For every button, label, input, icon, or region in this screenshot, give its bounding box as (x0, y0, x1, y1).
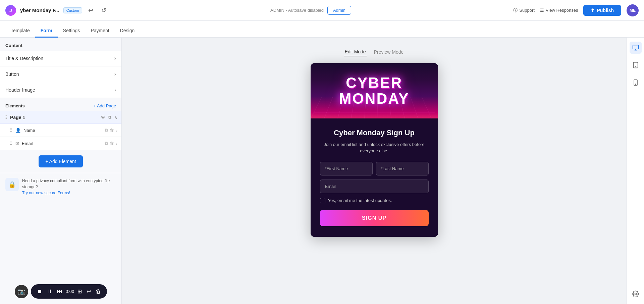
name-row (320, 162, 429, 175)
drag-handle-icon[interactable]: ⠿ (4, 115, 7, 120)
signup-button[interactable]: Sign Up (320, 210, 429, 226)
field-row-actions: ⧉ 🗑 › (105, 141, 117, 146)
title-description-item[interactable]: Title & Description › (0, 51, 121, 66)
view-responses-link[interactable]: ☰ View Responses (540, 8, 578, 13)
content-header: Content (0, 38, 121, 51)
support-link[interactable]: ⓘ Support (513, 7, 535, 13)
first-name-input[interactable] (320, 162, 373, 175)
undo-toolbar-button[interactable]: ↩ (85, 287, 92, 296)
preview-mode-button[interactable]: Preview Mode (373, 48, 405, 56)
page-row-left: ⠿ Page 1 (4, 115, 25, 120)
chevron-right-icon: › (114, 87, 116, 93)
privacy-icon-box: 🔒 (5, 178, 19, 191)
field-row-left: ⠿ ✉ Email (9, 141, 33, 146)
expand-field-icon[interactable]: › (116, 141, 117, 146)
chevron-right-icon: › (114, 55, 116, 61)
email-row (320, 180, 429, 193)
rewind-button[interactable]: ⏮ (56, 287, 64, 296)
form-preview: CYBER MONDAY Cyber Monday Sign Up Join o… (311, 63, 438, 237)
tablet-view-icon[interactable] (630, 59, 642, 71)
main-layout: Content Title & Description › Button › H… (0, 38, 644, 304)
custom-badge: Custom (63, 7, 82, 13)
form-preview-title: Cyber Monday Sign Up (320, 128, 429, 138)
undo-button[interactable]: ↩ (86, 5, 95, 15)
form-title: yber Monday F... (20, 7, 59, 13)
publish-icon: ⬆ (591, 8, 595, 13)
topbar: J yber Monday F... Custom ↩ ↺ ADMIN - Au… (0, 0, 644, 21)
drag-handle-icon[interactable]: ⠿ (9, 128, 13, 133)
collapse-icon[interactable]: ∧ (114, 115, 117, 120)
avatar[interactable]: ME (627, 4, 639, 16)
edit-mode-button[interactable]: Edit Mode (344, 48, 367, 56)
copy-field-icon[interactable]: ⧉ (105, 141, 108, 146)
center-canvas: Edit Mode Preview Mode CYBER MONDAY Cybe… (122, 38, 627, 304)
delete-field-icon[interactable]: 🗑 (110, 128, 114, 133)
tab-template[interactable]: Template (5, 24, 35, 38)
eye-icon[interactable]: 👁 (101, 115, 105, 120)
name-field-label: Name (23, 128, 35, 133)
admin-button[interactable]: Admin (327, 6, 351, 15)
tab-settings[interactable]: Settings (58, 24, 86, 38)
form-preview-subtitle: Join our email list and unlock exclusive… (320, 141, 429, 154)
tab-bar: Template Form Settings Payment Design (0, 21, 644, 38)
email-field-row[interactable]: ⠿ ✉ Email ⧉ 🗑 › (0, 137, 121, 150)
delete-field-icon[interactable]: 🗑 (110, 141, 114, 146)
button-item[interactable]: Button › (0, 66, 121, 82)
form-header-banner: CYBER MONDAY (311, 63, 438, 118)
privacy-notice: 🔒 Need a privacy compliant form with enc… (0, 173, 121, 201)
elements-title: Elements (5, 103, 25, 108)
redo-button[interactable]: ↺ (99, 5, 108, 15)
delete-toolbar-button[interactable]: 🗑 (94, 287, 102, 296)
right-panel (627, 38, 644, 304)
email-field-label: Email (22, 141, 33, 146)
page-1-name: Page 1 (10, 115, 25, 120)
form-body: Cyber Monday Sign Up Join our email list… (311, 118, 438, 237)
elements-header: Elements + Add Page (0, 98, 121, 111)
checkbox-row: Yes, email me the latest updates. (320, 198, 429, 203)
add-element-button[interactable]: + Add Element (39, 155, 83, 167)
field-row-left: ⠿ 👤 Name (9, 128, 35, 133)
checkbox-label: Yes, email me the latest updates. (328, 198, 392, 203)
settings-view-icon[interactable] (630, 288, 642, 300)
last-name-input[interactable] (376, 162, 429, 175)
page-1-row: ⠿ Page 1 👁 ⧉ ∧ (0, 111, 121, 124)
header-image-label: Header Image (5, 87, 35, 93)
publish-button[interactable]: ⬆ Publish (583, 5, 621, 16)
drag-handle-icon[interactable]: ⠿ (9, 141, 13, 146)
tab-form[interactable]: Form (35, 24, 58, 38)
expand-field-icon[interactable]: › (116, 128, 117, 133)
email-input[interactable] (320, 180, 429, 193)
list-icon: ☰ (540, 8, 544, 13)
video-icon: 📷 (18, 288, 25, 295)
tab-payment[interactable]: Payment (85, 24, 114, 38)
add-page-button[interactable]: + Add Page (93, 103, 116, 108)
autosave-status: ADMIN - Autosave disabled Admin (112, 6, 509, 15)
lock-icon: 🔒 (8, 181, 16, 188)
svg-rect-0 (633, 45, 638, 49)
mobile-view-icon[interactable] (630, 77, 642, 89)
playback-time: 0:00 (66, 289, 74, 294)
grid-icon[interactable]: ⊞ (76, 287, 83, 296)
mode-toggle: Edit Mode Preview Mode (344, 48, 405, 56)
copy-icon[interactable]: ⧉ (108, 114, 111, 120)
header-image-item[interactable]: Header Image › (0, 82, 121, 98)
left-panel: Content Title & Description › Button › H… (0, 38, 122, 304)
page-row-actions: 👁 ⧉ ∧ (101, 114, 117, 120)
person-icon: 👤 (15, 128, 21, 133)
stop-button[interactable]: ⏹ (36, 287, 44, 296)
tab-design[interactable]: Design (115, 24, 140, 38)
field-row-actions: ⧉ 🗑 › (105, 128, 117, 133)
privacy-text: Need a privacy compliant form with encry… (22, 178, 116, 196)
bottom-toolbar: 📷 ⏹ ⏸ ⏮ 0:00 ⊞ ↩ 🗑 (0, 284, 122, 299)
name-field-row[interactable]: ⠿ 👤 Name ⧉ 🗑 › (0, 124, 121, 137)
button-label: Button (5, 71, 19, 77)
video-button[interactable]: 📷 (15, 285, 28, 298)
email-updates-checkbox[interactable] (320, 198, 325, 203)
title-description-label: Title & Description (5, 56, 43, 61)
svg-point-7 (635, 293, 636, 295)
pause-button[interactable]: ⏸ (46, 287, 54, 296)
support-icon: ⓘ (513, 7, 518, 13)
desktop-view-icon[interactable] (630, 42, 642, 54)
secure-forms-link[interactable]: Try our new secure Forms! (22, 191, 70, 195)
copy-field-icon[interactable]: ⧉ (105, 128, 108, 133)
